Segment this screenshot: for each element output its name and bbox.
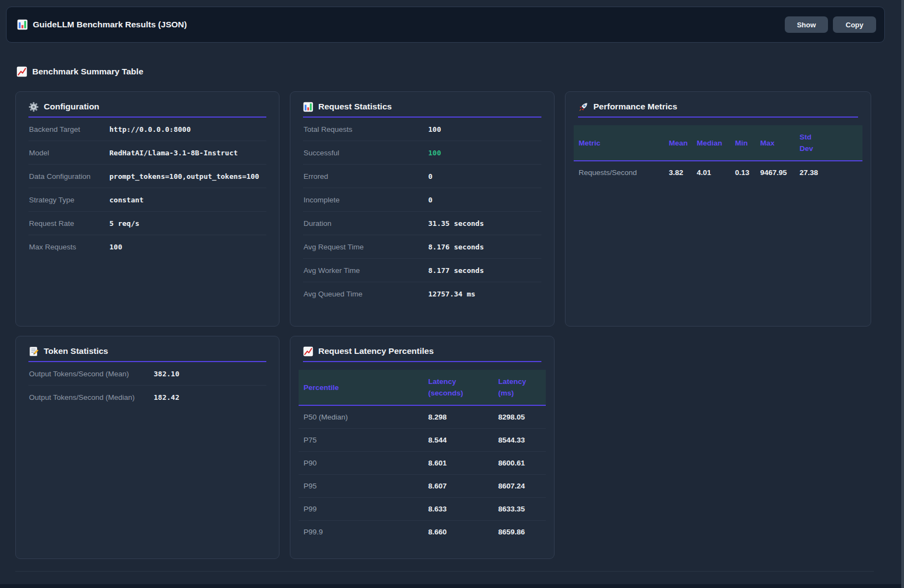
percentile-name: P99.9 bbox=[299, 521, 423, 544]
kv-value: 182.42 bbox=[154, 393, 179, 401]
bar-chart-icon bbox=[303, 102, 313, 112]
table-row: P50 (Median) 8.298 8298.05 bbox=[299, 405, 546, 429]
kv-label: Avg Queued Time bbox=[303, 290, 428, 298]
percentile-name: P90 bbox=[299, 452, 423, 475]
col-percentile: Percentile bbox=[299, 370, 423, 405]
latency-ms: 8659.86 bbox=[493, 521, 546, 544]
section-heading: Benchmark Summary Table bbox=[16, 66, 143, 77]
kv-row: Successful 100 bbox=[303, 141, 541, 165]
copy-button[interactable]: Copy bbox=[833, 16, 876, 33]
page-title-text: GuideLLM Benchmark Results (JSON) bbox=[33, 20, 187, 30]
accent-rule bbox=[578, 117, 858, 118]
metric-min: 0.13 bbox=[730, 161, 755, 184]
show-button[interactable]: Show bbox=[785, 16, 828, 33]
latency-seconds: 8.601 bbox=[423, 452, 493, 475]
kv-value: 100 bbox=[428, 125, 441, 133]
metric-name: Requests/Second bbox=[574, 161, 664, 184]
table-header-row: Percentile Latency (seconds) Latency (ms… bbox=[299, 370, 546, 405]
kv-value: 100 bbox=[109, 243, 122, 251]
percentile-name: P50 (Median) bbox=[299, 405, 423, 429]
request-statistics-card-title: Request Statistics bbox=[318, 101, 392, 112]
kv-value: 0 bbox=[428, 172, 433, 181]
performance-metrics-card-header: Performance Metrics bbox=[578, 101, 858, 112]
table-row: P95 8.607 8607.24 bbox=[299, 475, 546, 498]
table-header-row: Metric Mean Median Min Max Std Dev bbox=[574, 125, 862, 161]
metric-median: 4.01 bbox=[692, 161, 730, 184]
table-row: P90 8.601 8600.61 bbox=[299, 452, 546, 475]
latency-percentiles-card-title: Request Latency Percentiles bbox=[318, 346, 434, 357]
kv-value: 12757.34 ms bbox=[428, 290, 475, 298]
col-median: Median bbox=[692, 125, 730, 161]
kv-row: Strategy Type constant bbox=[28, 188, 266, 212]
table-row: Requests/Second 3.82 4.01 0.13 9467.95 2… bbox=[574, 161, 862, 184]
kv-row: Avg Worker Time 8.177 seconds bbox=[303, 259, 541, 282]
latency-seconds: 8.298 bbox=[423, 405, 493, 429]
kv-label: Data Configuration bbox=[28, 172, 109, 181]
kv-label: Successful bbox=[303, 149, 428, 157]
page-title: GuideLLM Benchmark Results (JSON) bbox=[17, 19, 187, 30]
latency-percentiles-table: Percentile Latency (seconds) Latency (ms… bbox=[299, 370, 546, 543]
col-std-dev: Std Dev bbox=[795, 125, 862, 161]
kv-value: 0 bbox=[428, 196, 433, 204]
kv-value: 8.177 seconds bbox=[428, 266, 484, 275]
kv-label: Total Requests bbox=[303, 125, 428, 133]
latency-seconds: 8.633 bbox=[423, 498, 493, 521]
kv-value: http://0.0.0.0:8000 bbox=[109, 125, 191, 133]
kv-row: Request Rate 5 req/s bbox=[28, 212, 266, 235]
percentile-name: P95 bbox=[299, 475, 423, 498]
col-latency-ms: Latency (ms) bbox=[493, 370, 546, 405]
kv-row: Backend Target http://0.0.0.0:8000 bbox=[28, 118, 266, 141]
kv-label: Model bbox=[28, 149, 109, 157]
gear-icon bbox=[28, 102, 39, 112]
table-row: P75 8.544 8544.33 bbox=[299, 429, 546, 452]
configuration-card: Configuration Backend Target http://0.0.… bbox=[15, 91, 279, 327]
chart-up-icon bbox=[16, 66, 27, 77]
percentile-name: P99 bbox=[299, 498, 423, 521]
request-statistics-card: Request Statistics Total Requests 100 Su… bbox=[290, 91, 555, 327]
token-statistics-card-title: Token Statistics bbox=[44, 346, 108, 357]
summary-grid: Configuration Backend Target http://0.0.… bbox=[15, 91, 871, 559]
configuration-card-header: Configuration bbox=[28, 101, 266, 112]
kv-label: Errored bbox=[303, 172, 428, 181]
table-row: P99.9 8.660 8659.86 bbox=[299, 521, 546, 544]
topbar-actions: Show Copy bbox=[785, 16, 876, 33]
kv-row: Incomplete 0 bbox=[303, 188, 541, 212]
accent-rule bbox=[303, 361, 541, 362]
bar-chart-icon bbox=[17, 19, 28, 30]
latency-seconds: 8.607 bbox=[423, 475, 493, 498]
vertical-scrollbar[interactable] bbox=[901, 0, 904, 588]
col-latency-seconds: Latency (seconds) bbox=[423, 370, 493, 405]
kv-value: 31.35 seconds bbox=[428, 219, 484, 228]
kv-row: Duration 31.35 seconds bbox=[303, 212, 541, 235]
metric-std-dev: 27.38 bbox=[795, 161, 862, 184]
kv-label: Strategy Type bbox=[28, 196, 109, 204]
col-std-dev-text: Std Dev bbox=[800, 131, 818, 154]
col-max: Max bbox=[755, 125, 795, 161]
rocket-icon bbox=[578, 102, 588, 112]
section-heading-text: Benchmark Summary Table bbox=[32, 67, 143, 77]
kv-label: Avg Request Time bbox=[303, 243, 428, 251]
kv-value: constant bbox=[109, 196, 144, 204]
col-min: Min bbox=[730, 125, 755, 161]
footer-strip bbox=[0, 584, 904, 588]
latency-ms: 8600.61 bbox=[493, 452, 546, 475]
token-statistics-card: Token Statistics Output Tokens/Second (M… bbox=[15, 336, 279, 559]
latency-percentiles-card-header: Request Latency Percentiles bbox=[303, 346, 541, 357]
col-metric: Metric bbox=[574, 125, 664, 161]
kv-label: Avg Worker Time bbox=[303, 266, 428, 275]
kv-row: Data Configuration prompt_tokens=100,out… bbox=[28, 165, 266, 188]
chart-up-icon bbox=[303, 346, 313, 357]
table-row: P99 8.633 8633.35 bbox=[299, 498, 546, 521]
kv-label: Max Requests bbox=[28, 243, 109, 251]
kv-label: Backend Target bbox=[28, 125, 109, 133]
kv-value: prompt_tokens=100,output_tokens=100 bbox=[109, 172, 259, 181]
kv-row: Errored 0 bbox=[303, 165, 541, 188]
latency-ms: 8298.05 bbox=[493, 405, 546, 429]
col-mean: Mean bbox=[664, 125, 692, 161]
latency-ms: 8633.35 bbox=[493, 498, 546, 521]
kv-row: Model RedHatAI/Llama-3.1-8B-Instruct bbox=[28, 141, 266, 165]
metric-mean: 3.82 bbox=[664, 161, 692, 184]
kv-row: Output Tokens/Second (Mean) 382.10 bbox=[28, 362, 266, 386]
kv-label: Output Tokens/Second (Mean) bbox=[28, 370, 154, 378]
kv-label: Duration bbox=[303, 219, 428, 228]
